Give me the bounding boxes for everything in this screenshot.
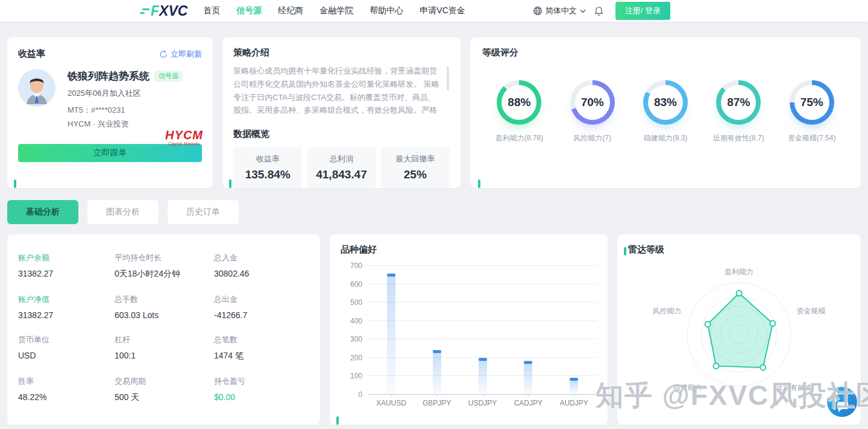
radar-vertex-0 (737, 290, 742, 296)
title-accent-bar (336, 416, 339, 425)
gauge-percent: 70% (575, 85, 610, 120)
metric-label: 收益率 (256, 154, 280, 164)
refresh-icon (159, 50, 168, 58)
signal-source-badge: 信号源 (154, 70, 183, 82)
nav-item-home[interactable]: 首页 (203, 5, 220, 16)
radar-chart[interactable]: 盈利能力资金规模近期有效性稳健能力风控能力 (617, 234, 861, 425)
logo-accent-letter: F (151, 3, 159, 19)
symbol-preference-card: 品种偏好 0100200300400500600700 XAUUSDGBPJPY… (330, 234, 608, 425)
chat-fab-button[interactable] (826, 386, 857, 417)
bar-usdjpy[interactable] (479, 358, 487, 394)
metric-return-rate: 收益率135.84% (233, 147, 302, 188)
chevron-down-icon (580, 9, 586, 13)
metric-total-profit: 总利润41,843.47 (307, 147, 376, 188)
stat-win-rate: 胜率48.22% (18, 376, 115, 403)
stat-label: 总出金 (214, 294, 309, 305)
barchart-title: 品种偏好 (341, 244, 597, 255)
title-accent-bar (624, 247, 626, 255)
nav-item-brokers[interactable]: 经纪商 (278, 5, 303, 16)
top-navigation: F XVC 首页信号源经纪商金融学院帮助中心申请VC资金 简体中文 注册/ 登录 (0, 0, 868, 22)
gauge-label: 近期有效性(8.7) (713, 133, 764, 143)
gauge-ring: 75% (790, 80, 834, 125)
bar-xauusd[interactable] (387, 274, 395, 394)
chat-bubble-icon (837, 402, 848, 409)
gauges-row: 88%盈利能力(8.78)70%风控能力(7)83%稳健能力(8.3)87%近期… (482, 80, 849, 143)
stat-value: 500 天 (115, 392, 214, 403)
fxvc-logo[interactable]: F XVC (142, 3, 187, 19)
radar-vertex-3 (713, 363, 719, 369)
stat-label: 交易周期 (115, 376, 214, 387)
radar-axis-label-2: 近期有效性 (776, 383, 812, 392)
stat-value: -41266.7 (214, 310, 309, 320)
stat-label: 账户净值 (18, 294, 115, 305)
strategy-card-title: 策略介绍 (233, 47, 450, 58)
logo-text: XVC (159, 3, 187, 19)
nav-item-help[interactable]: 帮助中心 (370, 5, 403, 16)
stat-label: 货币单位 (18, 334, 115, 345)
gridline-400 (368, 321, 597, 321)
gauge-percent: 88% (502, 85, 536, 120)
stat-value: 0天18小时24分钟 (115, 269, 214, 280)
analysis-tabs: 基础分析图表分析历史订单 (7, 200, 861, 224)
stat-label: 总手数 (115, 294, 214, 305)
stat-total-trades: 总笔数1474 笔 (214, 334, 309, 362)
stat-value: 1474 笔 (214, 351, 309, 362)
nav-item-academy[interactable]: 金融学院 (319, 5, 353, 16)
title-accent-bar (14, 180, 16, 188)
register-login-button[interactable]: 注册/ 登录 (615, 2, 670, 20)
nav-item-vc-funding[interactable]: 申请VC资金 (420, 5, 465, 16)
metric-label: 最大回撤率 (395, 154, 435, 164)
analysis-row: 账户余额31382.27平均持仓时长0天18小时24分钟总入金30802.46账… (7, 234, 861, 425)
x-label-cadjpy: CADJPY (514, 399, 542, 407)
x-tick (391, 394, 392, 396)
radar-polygon (708, 293, 773, 368)
notification-bell-icon[interactable] (594, 6, 603, 16)
bar-audjpy[interactable] (570, 378, 578, 395)
strategy-description[interactable]: 策略核心成员均拥有十年量化行业实战经验，背景涵盖期货公司程序化交易及国内外知名基… (233, 64, 450, 119)
bar-gbpjpy[interactable] (433, 350, 441, 394)
gauge-recent-validity: 87%近期有效性(8.7) (702, 80, 775, 143)
hycm-logo: HYCM Capital Markets (165, 129, 203, 146)
y-tick-label: 100 (350, 372, 362, 380)
follow-now-button[interactable]: 立即跟单 (18, 144, 202, 162)
account-number: MT5：#****0231 (68, 105, 202, 116)
stat-total-lots: 总手数603.03 Lots (115, 294, 214, 320)
joined-date: 2025年06月加入社区 (68, 88, 202, 99)
bar-cadjpy[interactable] (524, 361, 532, 394)
x-tick (483, 394, 483, 396)
gauge-ring: 88% (497, 80, 541, 125)
bar-body (570, 381, 578, 395)
gauge-ring: 83% (643, 80, 688, 125)
summary-row: 收益率 立即刷新 (7, 37, 861, 188)
stat-label: 胜率 (18, 376, 115, 387)
bar-chart[interactable]: 0100200300400500600700 (368, 265, 597, 394)
scrollbar-thumb[interactable] (447, 66, 449, 90)
profile-card-title: 收益率 (18, 48, 45, 60)
y-tick-label: 600 (350, 280, 362, 289)
stat-value: $0.00 (214, 392, 309, 402)
refresh-button[interactable]: 立即刷新 (159, 49, 202, 60)
tab-order-history[interactable]: 历史订单 (168, 200, 239, 224)
tab-chart-analysis[interactable]: 图表分析 (87, 200, 159, 224)
y-tick-label: 400 (350, 317, 362, 325)
stat-label: 杠杆 (115, 334, 214, 345)
stat-balance: 账户余额31382.27 (18, 252, 115, 280)
tab-basic-analysis[interactable]: 基础分析 (7, 200, 78, 224)
gauge-percent: 83% (648, 85, 683, 120)
language-selector[interactable]: 简体中文 (533, 5, 586, 16)
stat-value: 603.03 Lots (115, 310, 214, 320)
metric-label: 总利润 (330, 154, 353, 164)
radar-axis-label-0: 盈利能力 (725, 268, 753, 276)
gridline-600 (368, 284, 597, 284)
y-tick-label: 700 (350, 261, 362, 270)
logo-speed-lines-icon (142, 8, 149, 14)
radar-axis-label-1: 资金规模 (796, 307, 825, 315)
gauge-ring: 70% (570, 80, 615, 125)
stats-grid: 账户余额31382.27平均持仓时长0天18小时24分钟总入金30802.46账… (18, 252, 309, 403)
globe-icon (533, 6, 542, 16)
gauge-stability: 83%稳健能力(8.3) (629, 80, 702, 143)
nav-item-signals[interactable]: 信号源 (236, 5, 262, 16)
stat-value: 31382.27 (18, 310, 115, 320)
language-label: 简体中文 (546, 5, 577, 16)
nav-right-group: 简体中文 注册/ 登录 (533, 2, 670, 20)
